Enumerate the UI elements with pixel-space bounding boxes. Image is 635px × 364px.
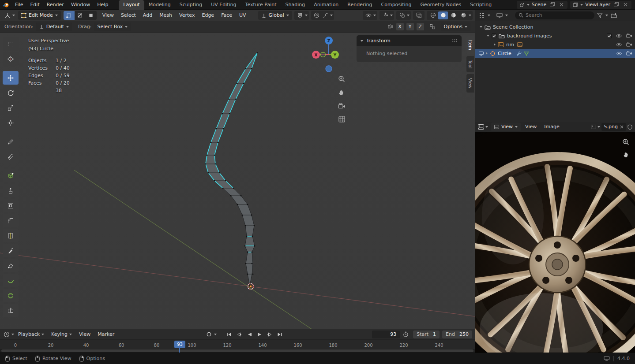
- panel-collapse-icon[interactable]: [361, 40, 363, 42]
- menu-view[interactable]: View: [99, 11, 117, 20]
- chevron-down-icon[interactable]: [597, 126, 600, 128]
- tool-scale[interactable]: [3, 101, 19, 115]
- toggle-ortho-icon[interactable]: [336, 113, 347, 125]
- tool-add-cube[interactable]: [3, 169, 19, 182]
- transform-orientation-dropdown[interactable]: Global: [258, 11, 292, 20]
- chevron-down-icon[interactable]: [407, 15, 410, 16]
- pan-image-icon[interactable]: [622, 151, 630, 158]
- disable-render-icon[interactable]: [626, 51, 632, 56]
- hide-eye-icon[interactable]: [616, 34, 622, 38]
- menu-help[interactable]: Help: [94, 0, 112, 10]
- disclosure-icon[interactable]: [494, 43, 496, 46]
- outliner-row-circle[interactable]: Circle: [475, 49, 635, 58]
- chevron-down-icon[interactable]: [305, 15, 308, 16]
- camera-view-icon[interactable]: [336, 100, 347, 111]
- current-frame-field[interactable]: 93: [372, 331, 400, 338]
- workspace-tab-shading[interactable]: Shading: [281, 0, 310, 10]
- tool-loop-cut[interactable]: [3, 229, 19, 242]
- jump-to-start-button[interactable]: [225, 331, 234, 338]
- image-canvas[interactable]: [475, 132, 635, 353]
- modifier-wrench-icon[interactable]: [516, 51, 522, 56]
- menu-view[interactable]: View: [76, 330, 94, 339]
- mirror-x-button[interactable]: X: [396, 23, 404, 30]
- menu-edge[interactable]: Edge: [199, 11, 217, 20]
- solid-shading-button[interactable]: [438, 11, 448, 19]
- timeline-scrollbar[interactable]: [0, 349, 475, 353]
- image-mode-dropdown[interactable]: View: [491, 123, 521, 131]
- overlays-icon[interactable]: [398, 12, 406, 18]
- play-button[interactable]: [255, 331, 264, 338]
- mirror-icon[interactable]: [387, 24, 394, 30]
- menu-select[interactable]: Select: [118, 11, 139, 20]
- tool-transform[interactable]: [3, 116, 19, 130]
- orientation-default-dropdown[interactable]: Default: [36, 22, 72, 31]
- image-editor-icon[interactable]: [478, 124, 484, 130]
- chevron-down-icon[interactable]: [485, 126, 488, 128]
- mirror-y-button[interactable]: Y: [406, 23, 414, 30]
- material-shading-button[interactable]: [448, 11, 458, 19]
- options-dropdown[interactable]: Options: [441, 22, 470, 31]
- gizmo-axis-neg-y[interactable]: [321, 52, 326, 57]
- chevron-down-icon[interactable]: [330, 15, 333, 16]
- workspace-tab-scripting[interactable]: Scripting: [466, 0, 496, 10]
- mesh-data-icon[interactable]: [524, 51, 529, 56]
- workspace-tab-compositing[interactable]: Compositing: [377, 0, 416, 10]
- sidebar-tab-item[interactable]: Item: [466, 36, 474, 54]
- outliner-row-backround-images[interactable]: backround images: [475, 31, 635, 40]
- wireframe-shading-button[interactable]: [428, 11, 438, 19]
- tool-poly-build[interactable]: [3, 259, 19, 272]
- tool-spin[interactable]: [3, 274, 19, 287]
- tool-annotate[interactable]: [3, 135, 19, 149]
- menu-keying[interactable]: Keying: [48, 330, 75, 339]
- tool-smooth[interactable]: [3, 289, 19, 302]
- fake-user-shield-icon[interactable]: [627, 124, 632, 130]
- workspace-tab-sculpting[interactable]: Sculpting: [175, 0, 207, 10]
- disclosure-icon[interactable]: [487, 35, 489, 37]
- workspace-tab-animation[interactable]: Animation: [309, 0, 343, 10]
- viewlayer-checkbox[interactable]: [607, 33, 612, 38]
- chevron-down-icon[interactable]: [469, 15, 471, 16]
- workspace-tab-uv-editing[interactable]: UV Editing: [207, 0, 240, 10]
- vertex-select-mode-button[interactable]: [64, 11, 75, 20]
- use-preview-range-icon[interactable]: [403, 331, 409, 337]
- tool-move[interactable]: [3, 71, 19, 85]
- transform-panel-header[interactable]: Transform: [357, 35, 462, 46]
- menu-render[interactable]: Render: [43, 0, 68, 10]
- jump-to-end-button[interactable]: [275, 331, 285, 338]
- menu-file[interactable]: File: [11, 0, 26, 10]
- chevron-down-icon[interactable]: [488, 15, 490, 16]
- menu-view[interactable]: View: [522, 123, 540, 131]
- menu-image[interactable]: Image: [541, 123, 562, 131]
- drag-mode-dropdown[interactable]: Select Box: [94, 22, 131, 31]
- sidebar-tab-tool[interactable]: Tool: [466, 56, 474, 72]
- tool-cursor[interactable]: [3, 52, 19, 66]
- pan-viewport-icon[interactable]: [336, 87, 347, 98]
- zoom-image-icon[interactable]: [622, 138, 630, 146]
- outliner-row-scene-collection[interactable]: Scene Collection: [475, 22, 635, 31]
- tool-inset-faces[interactable]: [3, 199, 19, 212]
- menu-mesh[interactable]: Mesh: [156, 11, 175, 20]
- blender-logo-icon[interactable]: [0, 0, 11, 10]
- menu-face[interactable]: Face: [218, 11, 235, 20]
- start-frame-field[interactable]: Start1: [413, 331, 440, 338]
- tool-bevel[interactable]: [3, 214, 19, 227]
- snap-target-icon[interactable]: [429, 24, 436, 30]
- gizmos-icon[interactable]: [381, 12, 390, 18]
- timeline-ruler[interactable]: 0 20 40 60 80 100 120 140 160 180 200 22…: [0, 339, 475, 349]
- gizmo-axis-neg-z[interactable]: [326, 66, 332, 72]
- scene-selector[interactable]: Scene: [517, 1, 568, 9]
- chevron-down-icon[interactable]: [11, 334, 14, 335]
- chevron-down-icon[interactable]: [373, 15, 376, 16]
- snap-magnet-icon[interactable]: [296, 12, 304, 18]
- remove-viewlayer-icon[interactable]: [622, 1, 629, 8]
- menu-window[interactable]: Window: [68, 0, 94, 10]
- hide-eye-icon[interactable]: [616, 52, 622, 56]
- workspace-tab-modeling[interactable]: Modeling: [144, 0, 175, 10]
- menu-vertex[interactable]: Vertex: [176, 11, 198, 20]
- mirror-z-button[interactable]: Z: [417, 23, 424, 30]
- jump-prev-keyframe-button[interactable]: [235, 331, 244, 338]
- menu-edit[interactable]: Edit: [26, 0, 43, 10]
- disclosure-icon[interactable]: [486, 52, 488, 55]
- editor-type-button[interactable]: [2, 11, 17, 20]
- disclosure-icon[interactable]: [480, 26, 482, 28]
